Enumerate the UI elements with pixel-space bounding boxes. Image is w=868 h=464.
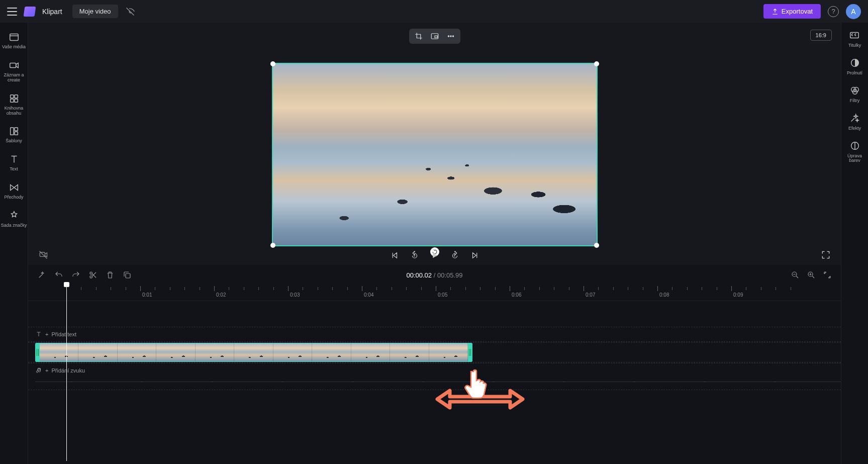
split-icon[interactable] bbox=[88, 270, 98, 280]
player-controls: 5 5 bbox=[390, 251, 479, 260]
magic-icon[interactable] bbox=[37, 270, 46, 280]
text-icon bbox=[9, 154, 20, 165]
app-logo-icon bbox=[24, 7, 36, 17]
clip-handle-left[interactable] bbox=[36, 343, 40, 361]
sidebar-item-record[interactable]: Záznam a create bbox=[0, 57, 28, 86]
svg-point-18 bbox=[450, 36, 451, 37]
svg-rect-5 bbox=[14, 99, 17, 102]
timeline-panel: 00:00.02 / 00:05.99 0:010:020:030:040:05… bbox=[28, 265, 841, 464]
sidebar-item-library[interactable]: Knihovna obsahu bbox=[0, 90, 28, 119]
total-time: 00:05.99 bbox=[437, 271, 463, 279]
video-clip[interactable] bbox=[35, 343, 472, 362]
plus-icon: + bbox=[45, 331, 48, 337]
top-bar: Klipart Moje video Exportovat ? A bbox=[0, 0, 868, 23]
transitions-icon bbox=[9, 182, 20, 193]
video-track[interactable] bbox=[28, 342, 841, 362]
left-sidebar: Vaše média Záznam a create Knihovna obsa… bbox=[0, 23, 28, 464]
camera-icon bbox=[9, 60, 20, 71]
zoom-in-icon[interactable] bbox=[807, 270, 816, 280]
svg-rect-3 bbox=[14, 95, 17, 98]
time-display: 00:00.02 / 00:05.99 bbox=[406, 271, 462, 279]
audio-track-label: Přidání zvuku bbox=[51, 367, 85, 374]
sidebar-item-text[interactable]: Text bbox=[0, 151, 28, 175]
svg-rect-0 bbox=[10, 34, 18, 41]
text-track[interactable]: + Přidat text bbox=[28, 327, 841, 342]
right-sidebar: Titulky Prolnutí Filtry Efekty Úprava ba… bbox=[841, 23, 868, 464]
library-icon bbox=[9, 93, 20, 104]
svg-text:5: 5 bbox=[413, 254, 415, 257]
plus-icon: + bbox=[45, 367, 48, 374]
svg-rect-8 bbox=[14, 132, 17, 135]
filters-icon bbox=[849, 85, 860, 96]
text-track-label: Přidat text bbox=[51, 331, 76, 337]
handle-bottom-left[interactable] bbox=[270, 243, 275, 248]
sidebar-item-media[interactable]: Vaše média bbox=[0, 29, 28, 53]
export-button[interactable]: Exportovat bbox=[763, 4, 821, 19]
skip-start-icon[interactable] bbox=[390, 251, 399, 260]
skip-end-icon[interactable] bbox=[470, 251, 479, 260]
fade-icon bbox=[849, 57, 860, 68]
fx-icon bbox=[849, 113, 860, 124]
export-label: Exportovat bbox=[782, 8, 813, 15]
timeline-ruler[interactable]: 0:010:020:030:040:050:060:070:080:09 bbox=[28, 285, 841, 301]
preview-toolbar bbox=[409, 29, 460, 44]
zoom-out-icon[interactable] bbox=[791, 270, 800, 280]
sidebar-item-templates[interactable]: Šablony bbox=[0, 123, 28, 147]
svg-point-17 bbox=[448, 36, 449, 37]
forward-5-icon[interactable]: 5 bbox=[450, 251, 459, 260]
project-name[interactable]: Moje video bbox=[72, 5, 118, 18]
audio-waveform bbox=[35, 382, 841, 382]
svg-rect-2 bbox=[10, 95, 13, 98]
sidebar-item-transitions[interactable]: Přechody bbox=[0, 179, 28, 203]
avatar[interactable]: A bbox=[846, 4, 861, 19]
duplicate-icon[interactable] bbox=[123, 270, 132, 280]
templates-icon bbox=[9, 126, 20, 137]
pip-icon[interactable] bbox=[430, 32, 439, 41]
preview-frame[interactable] bbox=[272, 63, 598, 246]
rsb-effects[interactable]: Efekty bbox=[848, 113, 861, 131]
color-icon bbox=[849, 140, 860, 151]
undo-icon[interactable] bbox=[54, 270, 63, 280]
menu-button[interactable] bbox=[7, 8, 17, 16]
rsb-captions[interactable]: Titulky bbox=[848, 30, 861, 48]
tracks: + Přidat text + Přidání zvuku bbox=[28, 301, 841, 390]
hide-ghost-icon[interactable] bbox=[38, 250, 48, 260]
handle-bottom-right[interactable] bbox=[594, 243, 599, 248]
preview-video bbox=[273, 64, 597, 245]
crop-icon[interactable] bbox=[414, 32, 423, 41]
aspect-ratio-button[interactable]: 16:9 bbox=[810, 30, 832, 41]
timeline-toolbar: 00:00.02 / 00:05.99 bbox=[28, 265, 841, 285]
text-track-icon bbox=[35, 331, 42, 338]
brand-icon bbox=[9, 210, 20, 221]
preview-area: 16:9 5 5 bbox=[28, 23, 841, 265]
current-time: 00:00.02 bbox=[406, 271, 432, 279]
visibility-off-icon[interactable] bbox=[125, 7, 135, 17]
rsb-filters[interactable]: Filtry bbox=[849, 85, 860, 104]
svg-rect-7 bbox=[14, 128, 17, 131]
rsb-color[interactable]: Úprava barev bbox=[841, 140, 868, 164]
app-name: Klipart bbox=[42, 8, 62, 16]
redo-icon[interactable] bbox=[71, 270, 80, 280]
rsb-fade[interactable]: Prolnutí bbox=[847, 57, 862, 76]
cc-icon bbox=[849, 30, 860, 41]
help-button[interactable]: ? bbox=[828, 6, 839, 17]
fit-icon[interactable] bbox=[823, 270, 832, 280]
rewind-5-icon[interactable]: 5 bbox=[410, 251, 419, 260]
media-icon bbox=[9, 32, 20, 43]
svg-text:5: 5 bbox=[453, 254, 455, 257]
svg-point-19 bbox=[452, 36, 453, 37]
audio-track-icon bbox=[35, 367, 42, 374]
clip-handle-right[interactable] bbox=[468, 343, 472, 361]
sidebar-item-brand[interactable]: Sada značky bbox=[0, 207, 28, 231]
fullscreen-icon[interactable] bbox=[821, 250, 831, 260]
svg-rect-16 bbox=[435, 36, 437, 38]
handle-top-left[interactable] bbox=[270, 61, 275, 66]
play-icon[interactable] bbox=[430, 251, 439, 260]
handle-top-right[interactable] bbox=[594, 61, 599, 66]
delete-icon[interactable] bbox=[106, 270, 115, 280]
svg-rect-25 bbox=[126, 273, 130, 278]
more-icon[interactable] bbox=[446, 32, 455, 41]
audio-track[interactable]: + Přidání zvuku bbox=[28, 363, 841, 390]
playhead[interactable] bbox=[66, 285, 67, 461]
svg-rect-6 bbox=[10, 128, 13, 135]
